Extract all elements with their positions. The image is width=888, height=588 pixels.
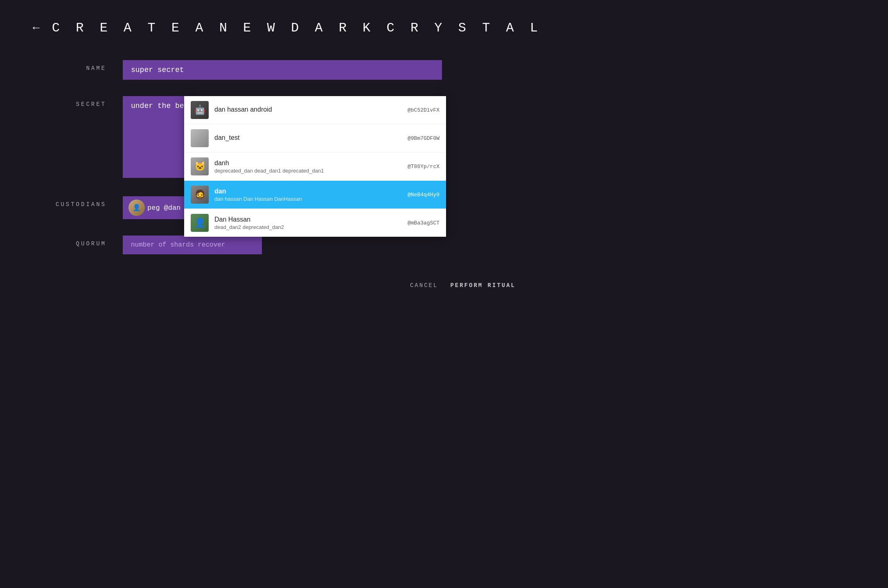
avatar-cat-icon: 🐱: [191, 157, 209, 175]
custodian-name: peg: [147, 204, 160, 212]
header: ← C R E A T E A N E W D A R K C R Y S T …: [33, 20, 855, 36]
avatar-4: 👤: [191, 214, 209, 232]
custodians-label: CUSTODIANS: [33, 196, 106, 208]
page-container: ← C R E A T E A N E W D A R K C R Y S T …: [0, 0, 888, 312]
dropdown-item-2[interactable]: 🐱 danh deprecated_dan dead_dan1 deprecat…: [184, 153, 446, 181]
name-input-wrapper: [123, 60, 442, 80]
dropdown-name-0: dan hassan android: [214, 106, 402, 113]
custodian-avatar-icon: 👤: [128, 200, 145, 216]
secret-label: SECRET: [33, 96, 106, 108]
custodian-handle-input[interactable]: @dan: [164, 204, 181, 212]
dropdown-info-4: Dan Hassan dead_dan2 deprecated_dan2: [214, 216, 402, 230]
dropdown-name-3: dan: [214, 188, 402, 195]
custodian-tag: 👤 peg: [128, 200, 160, 216]
dropdown-info-0: dan hassan android: [214, 106, 402, 114]
avatar-android-icon: 🤖: [191, 101, 209, 119]
form-section: NAME SECRET under the bed 🤖 da: [33, 60, 855, 292]
name-label: NAME: [33, 60, 106, 72]
avatar-0: 🤖: [191, 101, 209, 119]
dropdown-handle-4: @mBa3agSCT: [408, 220, 439, 226]
dropdown-info-1: dan_test: [214, 134, 402, 142]
dropdown-name-1: dan_test: [214, 134, 402, 141]
dropdown-aliases-3: dan hassan Dan Hassan DanHassan: [214, 196, 402, 202]
dropdown-name-4: Dan Hassan: [214, 216, 402, 223]
dropdown-item-1[interactable]: dan_test @9Bm7GDF0W: [184, 124, 446, 153]
dropdown-name-2: danh: [214, 159, 402, 167]
dropdown-info-2: danh deprecated_dan dead_dan1 deprecated…: [214, 159, 402, 174]
dropdown-handle-1: @9Bm7GDF0W: [408, 135, 439, 141]
dropdown-item-3[interactable]: 🧔 dan dan hassan Dan Hassan DanHassan @N…: [184, 181, 446, 209]
avatar-green-icon: 👤: [191, 214, 209, 232]
secret-input-wrapper: under the bed 🤖 dan hassan android @bC52…: [123, 96, 442, 180]
avatar-beard-icon: 🧔: [191, 186, 209, 204]
name-field-row: NAME: [33, 60, 855, 80]
perform-ritual-button[interactable]: PERFORM RITUAL: [450, 279, 516, 292]
dropdown-aliases-4: dead_dan2 deprecated_dan2: [214, 224, 402, 230]
dropdown-handle-0: @bC52DlvFX: [408, 107, 439, 113]
avatar-1: [191, 129, 209, 147]
quorum-field-row: QUORUM: [33, 236, 855, 254]
dropdown-handle-2: @T86Yp/rcX: [408, 164, 439, 170]
cancel-button[interactable]: CANCEL: [410, 279, 438, 292]
dropdown-item-0[interactable]: 🤖 dan hassan android @bC52DlvFX: [184, 96, 446, 124]
quorum-label: QUORUM: [33, 236, 106, 247]
buttons-row: CANCEL PERFORM RITUAL: [123, 279, 516, 292]
avatar-2: 🐱: [191, 157, 209, 175]
back-button[interactable]: ←: [33, 22, 40, 34]
quorum-input[interactable]: [123, 236, 262, 254]
avatar-gray-icon: [191, 129, 209, 147]
page-title: C R E A T E A N E W D A R K C R Y S T A …: [52, 20, 542, 36]
secret-field-row: SECRET under the bed 🤖 dan hassan androi…: [33, 96, 855, 180]
dropdown-handle-3: @NeB4q4Hy9: [408, 192, 439, 198]
quorum-input-wrapper: [123, 236, 442, 254]
dropdown-item-4[interactable]: 👤 Dan Hassan dead_dan2 deprecated_dan2 @…: [184, 209, 446, 237]
avatar-3: 🧔: [191, 186, 209, 204]
user-dropdown: 🤖 dan hassan android @bC52DlvFX: [184, 96, 446, 237]
dropdown-aliases-2: deprecated_dan dead_dan1 deprecated_dan1: [214, 168, 402, 174]
dropdown-info-3: dan dan hassan Dan Hassan DanHassan: [214, 188, 402, 202]
custodian-avatar: 👤: [128, 200, 145, 216]
name-input[interactable]: [123, 60, 442, 80]
